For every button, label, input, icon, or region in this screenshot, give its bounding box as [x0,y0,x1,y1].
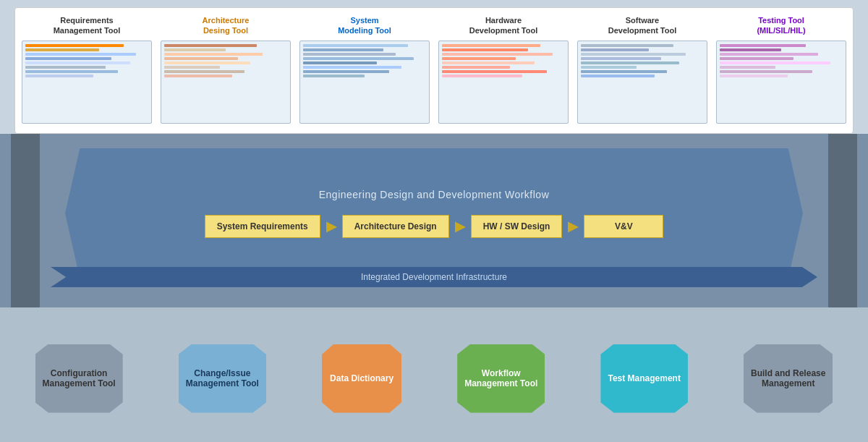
workflow-container: Engineering Design and Development Workf… [22,141,846,300]
tool-hardware: HardwareDevelopment Tool [435,15,571,124]
workflow-arrow: Engineering Design and Development Workf… [65,148,803,279]
tool-config-mgmt: ConfigurationManagement Tool [35,344,123,413]
tool-workflow-label: WorkflowManagement Tool [464,368,537,388]
tool-sys-screenshot [299,41,430,124]
tool-test-mgmt-label: Test Management [608,373,680,383]
tool-config-label: ConfigurationManagement Tool [43,368,116,388]
arrow-3: ▶ [568,218,578,234]
infra-bar: Integrated Development Infrastructure [51,267,817,287]
tool-software: SoftwareDevelopment Tool [574,15,710,124]
tool-hw-label: HardwareDevelopment Tool [469,15,538,36]
bottom-tools-section: ConfigurationManagement Tool Change/Issu… [0,307,868,442]
workflow-title: Engineering Design and Development Workf… [319,189,550,200]
arrow-1: ▶ [326,218,336,234]
tool-testing: Testing Tool(MIL/SIL/HIL) [713,15,849,124]
tool-req-screenshot [22,41,152,124]
tool-test-mgmt: Test Management [600,344,687,413]
tool-arch-label: ArchitectureDesing Tool [203,15,250,36]
tool-data-dictionary: Data Dictionary [322,344,401,413]
tool-change-label: Change/IssueManagement Tool [186,368,259,388]
tool-test-label: Testing Tool(MIL/SIL/HIL) [757,15,805,36]
tool-req-label: RequirementsManagement Tool [54,15,121,36]
workflow-steps: System Requirements ▶ Architecture Desig… [205,215,664,238]
tool-arch-screenshot [161,41,291,124]
tool-requirements: RequirementsManagement Tool [19,15,155,124]
tool-system-modeling: SystemModeling Tool [297,15,433,124]
step-system-requirements: System Requirements [205,215,320,238]
tool-dict-label: Data Dictionary [330,373,393,383]
tool-sys-label: SystemModeling Tool [338,15,391,36]
tool-sw-label: SoftwareDevelopment Tool [608,15,677,36]
tool-build-release: Build and ReleaseManagement [744,344,833,413]
step-hw-sw-design: HW / SW Design [471,215,563,238]
top-tools-panel: RequirementsManagement Tool Architecture… [14,7,854,134]
tool-hw-screenshot [438,41,569,124]
step-architecture-design: Architecture Design [342,215,449,238]
infra-label: Integrated Development Infrastructure [361,272,507,282]
tool-build-label: Build and ReleaseManagement [751,368,825,388]
tool-sw-screenshot [577,41,707,124]
tool-change-issue: Change/IssueManagement Tool [179,344,266,413]
tool-test-screenshot [716,41,846,124]
arrow-2: ▶ [455,218,465,234]
tool-workflow-mgmt: WorkflowManagement Tool [457,344,545,413]
step-vv: V&V [584,215,663,238]
tool-architecture: ArchitectureDesing Tool [158,15,294,124]
